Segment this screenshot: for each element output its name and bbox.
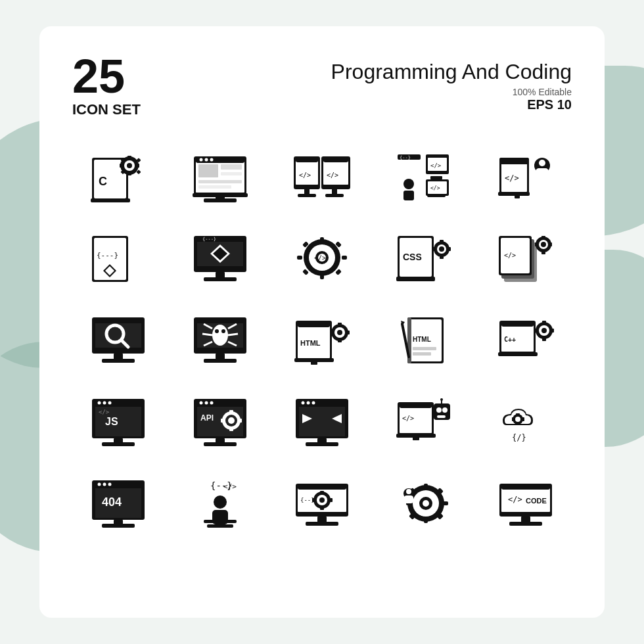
icon-box: {--} </> [181, 471, 260, 536]
svg-rect-7 [127, 172, 131, 175]
svg-point-131 [215, 329, 219, 333]
svg-text:</>: </> [430, 185, 440, 191]
icon-cell-robot-monitor: </> [379, 389, 470, 455]
svg-rect-250 [306, 522, 338, 526]
svg-rect-57 [499, 158, 529, 164]
svg-rect-137 [298, 321, 330, 327]
svg-rect-193 [204, 442, 237, 446]
diamond-monitor-icon: {---} [191, 233, 250, 285]
icon-cell-dual-monitor: </> </> [276, 145, 367, 210]
svg-rect-231 [102, 524, 135, 528]
icon-box: API [181, 389, 260, 455]
svg-line-128 [228, 334, 238, 335]
svg-point-108 [541, 242, 546, 247]
svg-rect-147 [346, 331, 350, 334]
svg-rect-120 [102, 359, 135, 363]
svg-rect-35 [323, 156, 348, 162]
search-monitor-icon [89, 314, 148, 367]
svg-rect-24 [198, 180, 242, 183]
js-browser-icon: JS </> [89, 396, 148, 448]
icon-grid: C [72, 145, 572, 536]
icon-cell-ruby-file: {---} [72, 226, 164, 292]
svg-point-96 [439, 246, 444, 252]
svg-line-127 [202, 334, 212, 335]
svg-rect-154 [413, 347, 436, 350]
svg-rect-61 [498, 192, 530, 196]
icon-box: CSS [384, 226, 463, 292]
svg-rect-100 [448, 247, 451, 251]
icon-box: {--} [283, 471, 361, 536]
svg-rect-188 [229, 410, 233, 413]
svg-text:{---}: {---} [202, 237, 216, 242]
svg-rect-76 [204, 277, 237, 281]
svg-point-5 [127, 163, 132, 168]
svg-rect-247 [330, 498, 333, 502]
icon-box: JS </> [79, 389, 158, 455]
svg-point-18 [199, 158, 202, 162]
svg-rect-99 [432, 247, 435, 251]
css-settings-icon: CSS [394, 233, 453, 285]
svg-point-198 [306, 402, 310, 405]
web-layout-icon [191, 151, 250, 204]
svg-rect-112 [549, 242, 552, 246]
svg-text:</>: </> [430, 162, 442, 169]
icon-box: </> [283, 226, 361, 292]
svg-rect-38 [298, 194, 316, 197]
code-window-icon [292, 396, 352, 448]
icon-box [79, 308, 158, 373]
icon-box: {--} </> </> [384, 145, 463, 210]
ruby-file-icon: {---} [89, 233, 148, 285]
svg-point-211 [436, 407, 442, 413]
icon-box [283, 389, 361, 455]
svg-rect-109 [541, 236, 545, 239]
svg-point-46 [403, 179, 414, 189]
svg-point-163 [541, 328, 547, 333]
header-left: 25 ICON SET [72, 53, 141, 118]
gear-person-icon [394, 477, 453, 530]
svg-text:{--}: {--} [400, 155, 411, 160]
icon-cell-css-settings: CSS [379, 226, 470, 292]
svg-point-173 [108, 402, 111, 405]
svg-rect-144 [338, 323, 342, 326]
svg-rect-84 [297, 256, 302, 260]
svg-point-228 [108, 483, 111, 486]
icon-cell-code-monitor-label: </> CODE [480, 471, 572, 536]
icon-cell-code-person: </> [480, 145, 572, 210]
svg-point-215 [440, 398, 443, 401]
svg-rect-6 [127, 156, 131, 159]
svg-rect-62 [515, 192, 520, 198]
svg-rect-93 [396, 277, 435, 281]
icon-box: </> CODE [486, 471, 565, 536]
svg-rect-196 [299, 407, 345, 436]
svg-rect-134 [204, 359, 237, 363]
main-card: 25 ICON SET Programming And Coding 100% … [39, 26, 605, 618]
svg-rect-166 [534, 329, 538, 333]
svg-rect-169 [94, 399, 143, 407]
icon-cell-diamond-monitor: {---} [174, 226, 265, 292]
icon-cell-cloud-gear: {/} [480, 389, 572, 455]
api-settings-icon: API [191, 396, 250, 448]
svg-rect-165 [542, 338, 546, 341]
icon-box: HTML [283, 308, 361, 373]
icon-cell-gear-person [379, 471, 470, 536]
svg-rect-31 [296, 156, 318, 162]
dual-monitor-icon: </> </> [292, 151, 352, 204]
svg-text:</>: </> [223, 482, 237, 491]
svg-text:{---}: {---} [97, 251, 118, 260]
layers-gear-icon: </> [496, 233, 555, 285]
icon-cell-html-settings: HTML [276, 308, 367, 373]
icon-cell-c-programming: C [72, 145, 164, 210]
svg-text:</>: </> [402, 415, 414, 422]
svg-rect-218 [516, 413, 520, 416]
svg-text:{--}: {--} [300, 497, 315, 503]
icon-box: </> </> [283, 145, 361, 210]
header-right: Programming And Coding 100% Editable EPS… [331, 53, 572, 112]
svg-point-124 [212, 325, 228, 346]
icon-cell-bug-monitor [174, 308, 265, 373]
svg-rect-22 [221, 164, 242, 170]
svg-point-143 [337, 330, 342, 335]
icon-set-label: ICON SET [72, 101, 141, 118]
svg-point-212 [442, 407, 448, 413]
svg-rect-167 [551, 329, 554, 333]
svg-text:</>: </> [327, 172, 338, 179]
